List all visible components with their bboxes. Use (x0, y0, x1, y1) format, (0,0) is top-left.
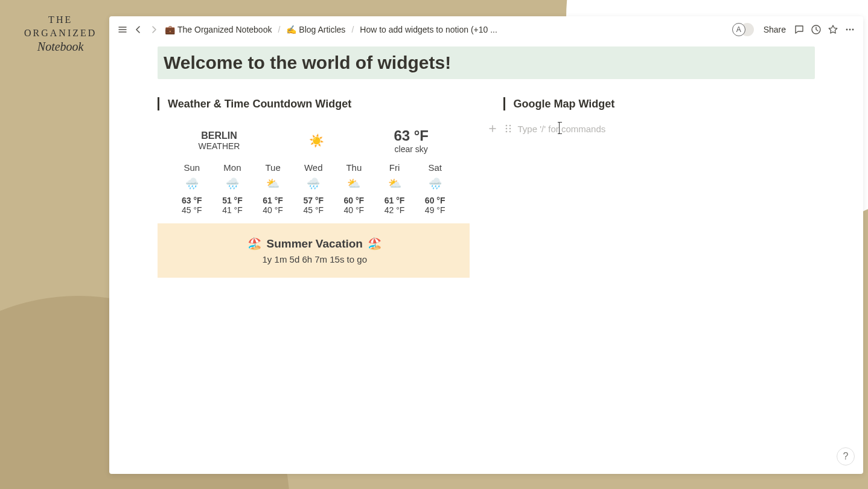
forecast-high: 60 °F (425, 196, 445, 205)
brand-line-3: Notebook (24, 40, 97, 54)
page-title-block[interactable]: Welcome to the world of widgets! (158, 46, 815, 79)
weather-icon: 🌧️ (182, 176, 202, 191)
weather-icon: ⛅ (344, 176, 365, 191)
forecast-high: 51 °F (222, 196, 243, 205)
avatar: A (732, 23, 745, 36)
presence-avatars[interactable]: A (732, 23, 754, 36)
brand-line-1: THE (24, 14, 97, 25)
forecast-high: 57 °F (303, 196, 324, 205)
breadcrumb-separator: / (278, 25, 280, 34)
forecast-day-name: Sat (425, 162, 445, 173)
forecast-day: Sat 🌧️ 60 °F 49 °F (425, 162, 445, 215)
brand-logo: THE ORGANIZED Notebook (24, 14, 97, 54)
briefcase-icon: 💼 (165, 25, 175, 34)
forecast-low: 40 °F (263, 205, 283, 215)
forecast-low: 49 °F (425, 205, 445, 215)
columns: Weather & Time Countdown Widget BERLIN W… (158, 97, 815, 278)
svg-point-3 (852, 29, 854, 31)
nav-back-button[interactable] (131, 22, 145, 37)
updates-button[interactable] (809, 22, 823, 37)
quote-bar-icon (158, 97, 159, 110)
breadcrumb: 💼 The Organized Notebook / ✍️ Blog Artic… (162, 24, 500, 36)
share-button[interactable]: Share (760, 24, 790, 36)
breadcrumb-label: How to add widgets to notion (+10 ... (360, 25, 497, 34)
forecast-low: 45 °F (303, 205, 324, 215)
column-right: Google Map Widget Type '/' for commands (503, 97, 815, 278)
empty-block[interactable]: Type '/' for commands (487, 121, 815, 136)
forecast-day: Thu ⛅ 60 °F 40 °F (344, 162, 365, 215)
svg-point-6 (505, 128, 507, 130)
forecast-low: 40 °F (344, 205, 365, 215)
page-title: Welcome to the world of widgets! (164, 53, 809, 73)
svg-point-8 (505, 131, 507, 133)
more-button[interactable] (843, 22, 857, 37)
column-heading-left[interactable]: Weather & Time Countdown Widget (158, 97, 470, 110)
forecast-day: Sun 🌧️ 63 °F 45 °F (182, 162, 202, 215)
weather-now-temp: 63 °F (394, 127, 429, 144)
forecast-high: 61 °F (385, 196, 405, 205)
forecast-day-name: Fri (385, 162, 405, 173)
forecast-day: Tue ⛅ 61 °F 40 °F (263, 162, 283, 215)
quote-bar-icon (503, 97, 505, 110)
breadcrumb-item-page[interactable]: How to add widgets to notion (+10 ... (357, 24, 500, 36)
slash-placeholder[interactable]: Type '/' for commands (518, 124, 606, 134)
writing-icon: ✍️ (286, 25, 296, 34)
breadcrumb-label: Blog Articles (299, 25, 345, 34)
text-cursor-icon (559, 122, 560, 134)
forecast-day-name: Wed (303, 162, 324, 173)
column-left: Weather & Time Countdown Widget BERLIN W… (158, 97, 470, 278)
column-heading-label: Google Map Widget (514, 98, 615, 110)
help-button[interactable]: ? (837, 447, 855, 465)
weather-forecast: Sun 🌧️ 63 °F 45 °F Mon 🌧️ 51 °F 41 °F (164, 162, 464, 215)
forecast-day: Fri ⛅ 61 °F 42 °F (385, 162, 405, 215)
svg-point-1 (846, 29, 848, 31)
countdown-widget: 🏖️ Summer Vacation 🏖️ 1y 1m 5d 6h 7m 15s… (158, 223, 470, 278)
beach-icon: 🏖️ (368, 237, 382, 251)
weather-icon: 🌧️ (222, 176, 243, 191)
svg-point-5 (509, 125, 511, 127)
weather-city: BERLIN (198, 130, 240, 141)
column-heading-right[interactable]: Google Map Widget (503, 97, 815, 110)
weather-label: WEATHER (198, 141, 240, 151)
add-block-button[interactable] (487, 121, 499, 136)
breadcrumb-item-blog[interactable]: ✍️ Blog Articles (284, 24, 348, 36)
breadcrumb-separator: / (351, 25, 354, 34)
svg-point-9 (509, 131, 511, 133)
forecast-high: 61 °F (263, 196, 283, 205)
forecast-day: Wed 🌧️ 57 °F 45 °F (303, 162, 324, 215)
brand-line-2: ORGANIZED (24, 28, 97, 39)
sun-icon: ☀️ (309, 133, 324, 148)
weather-now: 63 °F clear sky (394, 127, 429, 154)
weather-icon: ⛅ (263, 176, 283, 191)
nav-forward-button[interactable] (147, 22, 161, 37)
countdown-title: Summer Vacation (267, 237, 363, 251)
forecast-high: 63 °F (182, 196, 202, 205)
forecast-day-name: Sun (182, 162, 202, 173)
weather-icon: 🌧️ (425, 176, 445, 191)
forecast-day-name: Tue (263, 162, 283, 173)
breadcrumb-label: The Organized Notebook (177, 25, 272, 34)
svg-point-7 (509, 128, 511, 130)
favorite-button[interactable] (826, 22, 840, 37)
weather-icon: ⛅ (385, 176, 405, 191)
weather-icon: 🌧️ (303, 176, 324, 191)
topbar: 💼 The Organized Notebook / ✍️ Blog Artic… (109, 16, 863, 43)
drag-handle-icon[interactable] (502, 121, 514, 136)
beach-icon: 🏖️ (247, 237, 262, 251)
comments-button[interactable] (792, 22, 806, 37)
svg-point-4 (505, 125, 507, 127)
weather-widget: BERLIN WEATHER ☀️ 63 °F clear sky Sun (158, 121, 470, 215)
forecast-low: 42 °F (385, 205, 405, 215)
countdown-time: 1y 1m 5d 6h 7m 15s to go (166, 254, 464, 264)
sidebar-toggle-button[interactable] (115, 22, 130, 37)
forecast-low: 45 °F (182, 205, 202, 215)
forecast-day-name: Mon (222, 162, 243, 173)
forecast-low: 41 °F (222, 205, 243, 215)
column-heading-label: Weather & Time Countdown Widget (168, 98, 351, 110)
weather-location: BERLIN WEATHER (198, 130, 240, 151)
breadcrumb-item-workspace[interactable]: 💼 The Organized Notebook (162, 24, 274, 36)
forecast-day-name: Thu (344, 162, 365, 173)
svg-point-2 (849, 29, 851, 31)
weather-now-desc: clear sky (394, 144, 429, 154)
notion-window: 💼 The Organized Notebook / ✍️ Blog Artic… (109, 16, 863, 474)
